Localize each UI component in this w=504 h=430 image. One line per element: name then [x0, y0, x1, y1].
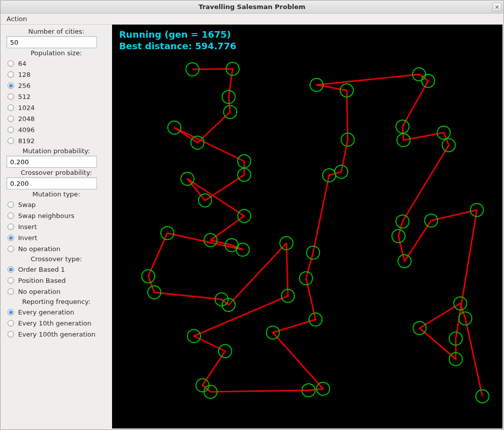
pop-size-option-label: 1024: [18, 104, 35, 112]
route-path: [148, 69, 482, 396]
mutation-type-option-label: Insert: [18, 223, 37, 231]
radio-icon: [8, 288, 14, 295]
pop-size-option-label: 64: [18, 60, 27, 67]
close-icon: ✕: [494, 4, 499, 11]
mutation-type-option-swap[interactable]: Swap: [7, 199, 106, 210]
pop-size-option-64[interactable]: 64: [7, 58, 106, 69]
route-svg: [112, 25, 503, 429]
sidebar: Number of cities: Population size: 64128…: [1, 25, 112, 429]
reporting-option-label: Every 10th generation: [18, 319, 91, 327]
num-cities-label: Number of cities:: [7, 28, 106, 35]
crossover-prob-input[interactable]: [7, 177, 97, 189]
crossover-type-option-no-operation[interactable]: No operation: [7, 286, 106, 297]
radio-icon: [8, 246, 14, 252]
radio-icon: [8, 138, 14, 144]
radio-icon: [8, 224, 14, 230]
pop-size-option-label: 8192: [18, 137, 35, 145]
pop-size-option-label: 256: [18, 82, 31, 89]
crossover-type-label: Crossover type:: [7, 255, 106, 263]
reporting-group: Every generationEvery 10th generationEve…: [7, 306, 106, 340]
crossover-type-group: Order Based 1Position BasedNo operation: [7, 264, 106, 297]
radio-icon: [8, 212, 14, 219]
num-cities-input[interactable]: [7, 36, 97, 48]
mutation-type-group: SwapSwap neighboursInsertInvertNo operat…: [7, 199, 106, 254]
mutation-type-option-label: Invert: [18, 234, 37, 242]
pop-size-option-4096[interactable]: 4096: [7, 124, 106, 135]
radio-icon: [8, 235, 14, 241]
titlebar: Travelling Salesman Problem ✕: [1, 1, 503, 14]
pop-size-option-256[interactable]: 256: [7, 80, 106, 91]
crossover-prob-label: Crossover probability:: [7, 169, 106, 176]
mutation-type-option-insert[interactable]: Insert: [7, 221, 106, 232]
radio-icon: [8, 116, 14, 122]
pop-size-option-128[interactable]: 128: [7, 69, 106, 80]
reporting-option-every-10th-generation[interactable]: Every 10th generation: [7, 317, 106, 329]
mutation-prob-input[interactable]: [7, 156, 97, 168]
tsp-canvas: Running (gen = 1675) Best distance: 594.…: [112, 25, 502, 428]
pop-size-group: 641282565121024204840968192: [7, 58, 106, 146]
reporting-option-label: Every generation: [18, 308, 74, 316]
menu-action[interactable]: Action: [4, 14, 30, 24]
pop-size-label: Population size:: [7, 49, 106, 57]
pop-size-option-2048[interactable]: 2048: [7, 113, 106, 124]
reporting-option-every-100th-generation[interactable]: Every 100th generation: [7, 329, 106, 340]
radio-icon: [8, 320, 14, 327]
mutation-type-option-swap-neighbours[interactable]: Swap neighbours: [7, 210, 106, 221]
mutation-type-option-label: Swap: [18, 201, 36, 208]
crossover-type-option-order-based-1[interactable]: Order Based 1: [7, 264, 106, 275]
radio-icon: [8, 277, 14, 284]
radio-icon: [8, 60, 14, 67]
pop-size-option-label: 2048: [18, 115, 35, 123]
crossover-type-option-label: No operation: [18, 288, 60, 295]
mutation-type-option-label: No operation: [18, 245, 60, 253]
reporting-label: Reporting frequency:: [7, 298, 106, 305]
radio-icon: [8, 266, 14, 273]
pop-size-option-512[interactable]: 512: [7, 91, 106, 102]
crossover-type-option-label: Order Based 1: [18, 266, 65, 273]
reporting-option-every-generation[interactable]: Every generation: [7, 306, 106, 317]
mutation-type-option-label: Swap neighbours: [18, 212, 74, 220]
reporting-option-label: Every 100th generation: [18, 331, 95, 338]
menubar: Action: [1, 14, 503, 25]
content: Number of cities: Population size: 64128…: [1, 25, 503, 429]
crossover-type-option-label: Position Based: [18, 277, 66, 284]
radio-icon: [8, 93, 14, 100]
radio-icon: [8, 127, 14, 133]
app-window: Travelling Salesman Problem ✕ Action Num…: [0, 0, 504, 430]
radio-icon: [8, 201, 14, 208]
pop-size-option-1024[interactable]: 1024: [7, 102, 106, 113]
mutation-type-option-no-operation[interactable]: No operation: [7, 243, 106, 254]
crossover-type-option-position-based[interactable]: Position Based: [7, 275, 106, 286]
pop-size-option-label: 512: [18, 93, 31, 100]
window-title: Travelling Salesman Problem: [198, 3, 306, 11]
radio-icon: [8, 309, 14, 315]
pop-size-option-label: 128: [18, 71, 31, 78]
close-button[interactable]: ✕: [492, 3, 501, 12]
radio-icon: [8, 331, 14, 338]
radio-icon: [8, 104, 14, 111]
mutation-type-option-invert[interactable]: Invert: [7, 232, 106, 243]
radio-icon: [8, 82, 14, 89]
radio-icon: [8, 71, 14, 78]
pop-size-option-8192[interactable]: 8192: [7, 135, 106, 146]
mutation-type-label: Mutation type:: [7, 190, 106, 198]
pop-size-option-label: 4096: [18, 126, 35, 134]
mutation-prob-label: Mutation probability:: [7, 147, 106, 155]
